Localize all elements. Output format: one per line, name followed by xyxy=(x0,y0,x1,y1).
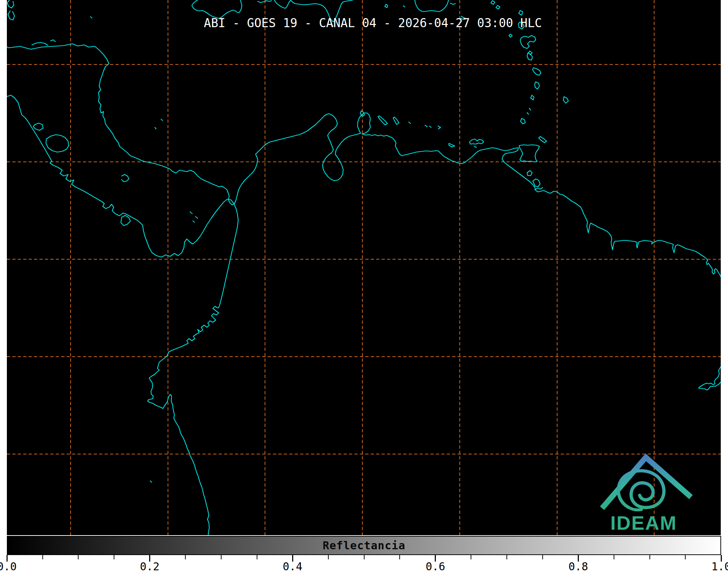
colorbar-minor-tick xyxy=(685,555,686,559)
coastline-amazon-mouth-coast xyxy=(699,367,721,390)
coastline-dominica xyxy=(527,53,533,60)
logo-swirl-icon xyxy=(618,471,664,508)
colorbar-minor-tick xyxy=(257,555,257,559)
coastline-belize-cay-2 xyxy=(8,11,14,20)
coastline-caribbean-mainland-coast xyxy=(7,44,721,277)
coastline-bay-islands-1 xyxy=(32,42,48,45)
logo-text: IDEAM xyxy=(610,512,677,534)
satellite-product-image: ABI - GOES 19 - CANAL 04 - 2026-04-27 03… xyxy=(0,0,728,571)
coastline-providencia-dot xyxy=(161,119,163,121)
coastline-san-andres-dot xyxy=(155,127,156,129)
coastline-los-roques-dot-1 xyxy=(425,125,427,127)
colorbar-tick-label: 0.2 xyxy=(134,560,166,571)
coastline-martinique xyxy=(533,68,541,75)
coastline-bocas-lagoon xyxy=(122,175,129,182)
coastline-pearl-islands-dot-1 xyxy=(190,212,192,214)
colorbar-minor-tick xyxy=(542,555,543,559)
coastline-st-lucia xyxy=(535,82,539,89)
coastline-lobos-island-dot xyxy=(150,481,152,482)
coastline-anguilla xyxy=(496,5,500,9)
coastline-pearl-islands-dot-3 xyxy=(193,221,194,222)
coastline-lake-managua xyxy=(33,123,43,130)
coastline-trinidad xyxy=(519,145,539,162)
colorbar-minor-tick xyxy=(78,555,79,559)
colorbar-minor-tick xyxy=(42,555,43,559)
coastline-mona-island xyxy=(385,4,388,8)
coastline-barbuda xyxy=(519,11,523,15)
coastline-st-vincent xyxy=(531,95,534,100)
coastline-grenadines-dot-2 xyxy=(527,113,529,114)
colorbar-tick-label: 0.4 xyxy=(276,560,309,571)
coastline-belize-cay-1 xyxy=(7,0,14,8)
ideam-logo: IDEAM xyxy=(594,448,706,539)
coastline-guadeloupe xyxy=(520,35,536,49)
coastline-orinoco-channel xyxy=(535,188,543,190)
colorbar-label: Reflectancia xyxy=(323,539,405,552)
colorbar-minor-tick xyxy=(614,555,614,559)
coastline-barbados xyxy=(563,97,568,103)
colorbar-tick-label: 0.8 xyxy=(562,560,594,571)
coastline-puerto-rico-south-coast xyxy=(415,0,449,12)
colorbar-minor-tick xyxy=(114,555,114,559)
coastline-margarita-island xyxy=(470,139,484,144)
image-title: ABI - GOES 19 - CANAL 04 - 2026-04-27 03… xyxy=(204,16,542,30)
colorbar-minor-tick xyxy=(649,555,650,559)
coastline-montserrat xyxy=(509,34,512,37)
coastline-misteriosa-cay-dot xyxy=(91,17,92,18)
coastline-la-orchila xyxy=(438,126,441,129)
coastline-vieques xyxy=(450,3,455,4)
coastline-tobago xyxy=(539,137,547,143)
coastline-los-roques-dot-2 xyxy=(429,126,431,127)
coastline-orinoco-islet-2 xyxy=(527,171,532,176)
coastline-bonaire xyxy=(393,117,399,125)
colorbar-minor-tick xyxy=(471,555,471,559)
colorbar-minor-tick xyxy=(506,555,507,559)
coastline-st-martin xyxy=(491,1,495,4)
colorbar-minor-tick xyxy=(328,555,329,559)
coastline-la-tortuga xyxy=(449,143,455,147)
colorbar-minor-tick xyxy=(221,555,222,559)
colorbar-tick-label: 0.6 xyxy=(419,560,452,571)
colorbar-minor-tick xyxy=(364,555,365,559)
coastline-grenada xyxy=(521,118,525,124)
colorbar-tick-label: 1.0 xyxy=(705,560,728,571)
coastline-saona-dot xyxy=(403,6,405,7)
colorbar-minor-tick xyxy=(399,555,400,559)
coastline-las-aves-dot xyxy=(409,122,411,123)
coastline-grenadines-dot-1 xyxy=(529,108,531,110)
coastline-lake-nicaragua xyxy=(46,135,69,152)
coastline-curacao xyxy=(378,116,387,125)
coastline-pacific-coast xyxy=(7,95,238,535)
coastline-pearl-islands-dot-2 xyxy=(195,217,198,218)
colorbar-minor-tick xyxy=(185,555,186,559)
coastline-coiba-island xyxy=(121,215,130,226)
colorbar-tick-label: 0.0 xyxy=(0,560,23,571)
coastline-bay-islands-2 xyxy=(51,40,55,42)
coastline-coche-dot xyxy=(474,146,476,147)
